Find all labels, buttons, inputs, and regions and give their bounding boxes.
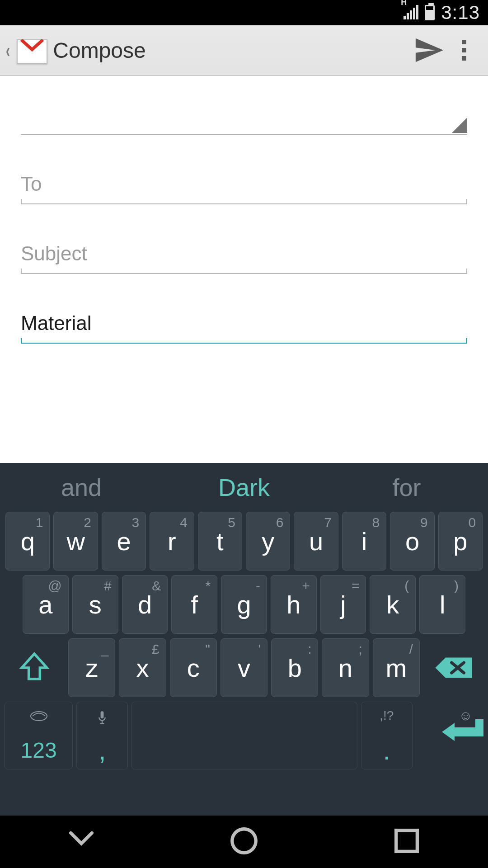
key-e[interactable]: 3e	[102, 512, 146, 571]
body-input[interactable]	[21, 303, 467, 343]
key-z[interactable]: _z	[68, 638, 115, 697]
nav-recent-button[interactable]	[391, 825, 422, 859]
suggestion-bar: and Dark for	[0, 463, 488, 512]
subject-input[interactable]	[21, 233, 467, 273]
svg-rect-1	[101, 711, 104, 718]
key-j[interactable]: =j	[320, 575, 366, 634]
from-input[interactable]	[21, 94, 467, 134]
emoji-icon: ☺	[459, 708, 473, 723]
period-key[interactable]: ,!? .	[361, 702, 413, 769]
key-n[interactable]: ;n	[322, 638, 369, 697]
numbers-key[interactable]: 123	[5, 702, 73, 769]
compose-form	[0, 76, 488, 463]
key-g[interactable]: -g	[221, 575, 267, 634]
swype-icon	[30, 709, 48, 726]
nav-home-button[interactable]	[228, 825, 260, 859]
key-m[interactable]: /m	[373, 638, 420, 697]
key-k[interactable]: (k	[370, 575, 416, 634]
key-b[interactable]: :b	[271, 638, 318, 697]
key-p[interactable]: 0p	[438, 512, 483, 571]
spinner-caret-icon[interactable]	[452, 118, 467, 133]
key-f[interactable]: *f	[171, 575, 217, 634]
nav-recent-icon	[391, 825, 422, 857]
key-s[interactable]: #s	[72, 575, 118, 634]
clock-label: 3:13	[441, 2, 480, 24]
microphone-icon	[96, 710, 108, 729]
key-a[interactable]: @a	[23, 575, 69, 634]
signal-icon: H	[404, 6, 418, 19]
to-input[interactable]	[21, 164, 467, 203]
suggestion-left[interactable]: and	[0, 473, 163, 501]
shift-icon	[18, 651, 51, 684]
svg-rect-3	[396, 830, 418, 852]
suggestion-right[interactable]: for	[325, 473, 488, 501]
subject-field[interactable]	[21, 233, 467, 278]
key-i[interactable]: 8i	[342, 512, 386, 571]
suggestion-middle[interactable]: Dark	[163, 473, 325, 501]
nav-home-icon	[228, 825, 260, 857]
svg-point-2	[232, 829, 256, 853]
soft-keyboard: and Dark for 1q2w3e4r5t6y7u8i9o0p @a#s&d…	[0, 463, 488, 816]
back-caret-icon: ‹	[6, 38, 10, 62]
key-r[interactable]: 4r	[150, 512, 194, 571]
body-field[interactable]	[21, 303, 467, 348]
up-nav-button[interactable]: ‹ Compose	[5, 37, 407, 64]
key-c[interactable]: "c	[170, 638, 217, 697]
gmail-icon	[16, 37, 48, 64]
network-type-label: H	[401, 0, 407, 7]
overflow-menu-icon	[462, 40, 466, 44]
system-nav-bar	[0, 816, 488, 868]
key-q[interactable]: 1q	[5, 512, 50, 571]
nav-back-button[interactable]	[66, 825, 97, 859]
key-h[interactable]: +h	[271, 575, 317, 634]
battery-icon	[425, 5, 435, 20]
key-o[interactable]: 9o	[390, 512, 434, 571]
shift-key[interactable]	[5, 638, 65, 697]
send-button[interactable]	[413, 34, 445, 66]
enter-key[interactable]: ☺	[416, 702, 483, 769]
action-bar: ‹ Compose	[0, 25, 488, 76]
comma-key[interactable]: ,	[76, 702, 128, 769]
nav-back-icon	[66, 825, 97, 857]
to-field[interactable]	[21, 164, 467, 209]
from-field[interactable]	[21, 94, 467, 139]
backspace-icon	[433, 654, 474, 681]
key-l[interactable]: )l	[419, 575, 465, 634]
key-u[interactable]: 7u	[294, 512, 338, 571]
space-key[interactable]	[131, 702, 357, 769]
key-w[interactable]: 2w	[53, 512, 98, 571]
key-x[interactable]: £x	[119, 638, 166, 697]
backspace-key[interactable]	[423, 638, 483, 697]
key-v[interactable]: 'v	[221, 638, 267, 697]
page-title: Compose	[53, 38, 145, 63]
key-y[interactable]: 6y	[246, 512, 290, 571]
status-bar: H 3:13	[0, 0, 488, 25]
key-d[interactable]: &d	[122, 575, 168, 634]
overflow-menu-button[interactable]	[458, 36, 470, 64]
key-t[interactable]: 5t	[198, 512, 242, 571]
